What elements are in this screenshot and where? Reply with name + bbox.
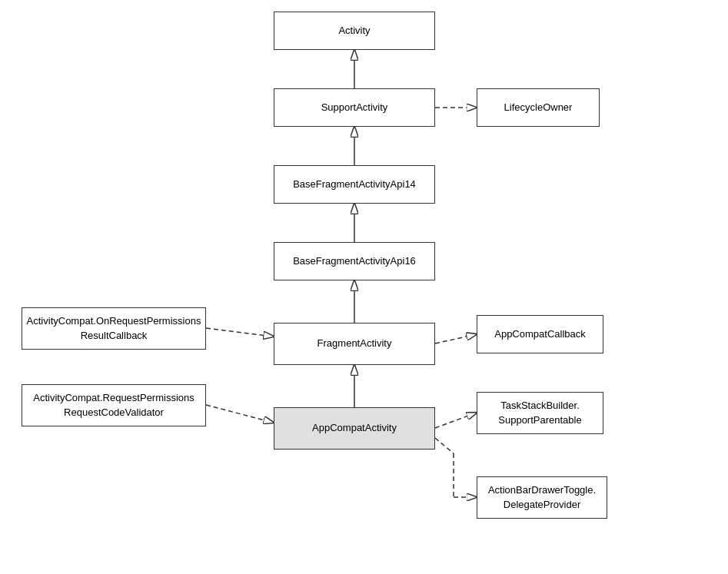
box-fragment-activity-label: FragmentActivity	[317, 337, 392, 350]
box-base-frag-api14: BaseFragmentActivityApi14	[274, 165, 435, 204]
box-base-frag-api14-label: BaseFragmentActivityApi14	[293, 178, 416, 191]
box-on-request-permissions: ActivityCompat.OnRequestPermissions Resu…	[22, 307, 206, 350]
box-activity-label: Activity	[338, 24, 370, 38]
box-appcompat-activity: AppCompatActivity	[274, 407, 435, 450]
box-request-permissions-label: ActivityCompat.RequestPermissions Reques…	[33, 391, 194, 419]
box-action-bar-drawer-label: ActionBarDrawerToggle. DelegateProvider	[488, 483, 596, 511]
svg-line-10	[435, 438, 454, 453]
box-activity: Activity	[274, 12, 435, 50]
box-support-activity: SupportActivity	[274, 88, 435, 127]
box-appcompat-callback: AppCompatCallback	[477, 315, 603, 353]
svg-line-9	[435, 413, 477, 428]
box-base-frag-api16: BaseFragmentActivityApi16	[274, 242, 435, 280]
box-task-stack-builder-label: TaskStackBuilder. SupportParentable	[498, 399, 581, 426]
svg-line-14	[206, 405, 274, 423]
box-appcompat-callback-label: AppCompatCallback	[494, 327, 586, 341]
svg-line-8	[435, 334, 477, 343]
diagram-container: Activity SupportActivity LifecycleOwner …	[0, 0, 728, 574]
box-base-frag-api16-label: BaseFragmentActivityApi16	[293, 254, 416, 268]
box-support-activity-label: SupportActivity	[321, 101, 388, 114]
box-fragment-activity: FragmentActivity	[274, 323, 435, 365]
box-lifecycle-owner: LifecycleOwner	[477, 88, 600, 127]
box-lifecycle-owner-label: LifecycleOwner	[504, 101, 573, 114]
arrows-svg	[0, 0, 728, 574]
box-action-bar-drawer: ActionBarDrawerToggle. DelegateProvider	[477, 476, 607, 519]
box-appcompat-activity-label: AppCompatActivity	[312, 421, 397, 435]
box-on-request-permissions-label: ActivityCompat.OnRequestPermissions Resu…	[27, 314, 201, 342]
box-task-stack-builder: TaskStackBuilder. SupportParentable	[477, 392, 603, 434]
box-request-permissions: ActivityCompat.RequestPermissions Reques…	[22, 384, 206, 426]
svg-line-13	[206, 328, 274, 337]
